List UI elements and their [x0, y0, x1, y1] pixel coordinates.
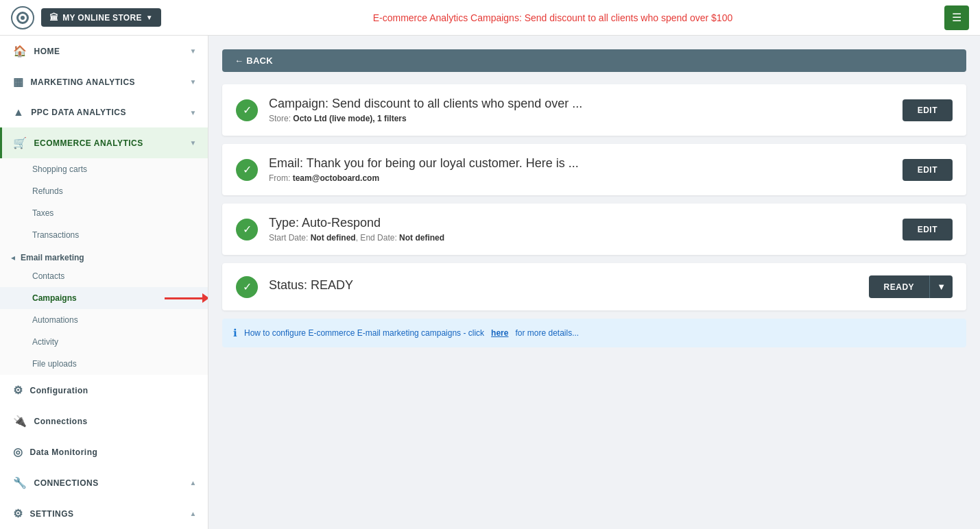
settings-icon: ⚙ [13, 507, 23, 520]
top-header: 🏛 MY ONLINE STORE ▼ E-commerce Analytics… [0, 0, 980, 36]
arrow-head [202, 293, 208, 303]
info-bar: ℹ How to configure E-commerce E-mail mar… [222, 319, 966, 347]
campaign-cards: ✓ Campaign: Send discount to all clients… [222, 84, 966, 310]
email-card: ✓ Email: Thank you for being our loyal c… [222, 144, 966, 195]
monitoring-icon: ◎ [13, 445, 23, 458]
sidebar-item-ppc[interactable]: ▲ PPC DATA ANALYTICS ▼ [0, 97, 208, 127]
shopping-carts-label: Shopping carts [32, 164, 87, 174]
campaign-card: ✓ Campaign: Send discount to all clients… [222, 84, 966, 136]
status-dropdown-button[interactable]: ▼ [929, 275, 953, 298]
email-card-body: Email: Thank you for being our loyal cus… [269, 156, 892, 183]
sidebar-item-marketing[interactable]: ▦ MARKETING ANALYTICS ▼ [0, 66, 208, 97]
header-left: 🏛 MY ONLINE STORE ▼ [11, 6, 161, 29]
ecommerce-submenu: Shopping carts Refunds Taxes Transaction… [0, 158, 208, 375]
store-icon: 🏛 [49, 12, 58, 23]
info-link[interactable]: here [491, 328, 508, 338]
check-icon: ✓ [236, 219, 258, 241]
sidebar-ppc-label: PPC DATA ANALYTICS [31, 108, 126, 117]
taxes-label: Taxes [32, 208, 53, 218]
refunds-label: Refunds [32, 186, 63, 196]
check-icon: ✓ [236, 159, 258, 181]
sidebar-item-activity[interactable]: Activity [0, 331, 208, 353]
sidebar-item-campaigns[interactable]: Campaigns [0, 287, 208, 309]
chevron-up-icon: ▲ [190, 479, 197, 487]
type-edit-button[interactable]: EDIT [903, 219, 953, 241]
sidebar-item-connections[interactable]: 🔌 Connections [0, 406, 208, 436]
chevron-icon: ▼ [190, 139, 197, 147]
campaign-subtitle: Store: Octo Ltd (live mode), 1 filters [269, 114, 892, 123]
arrow-expand-icon: ◂ [11, 253, 15, 262]
connections-section-header[interactable]: 🔧 CONNECTIONS ▲ [0, 467, 208, 498]
sidebar-item-data-monitoring[interactable]: ◎ Data Monitoring [0, 436, 208, 467]
store-selector[interactable]: 🏛 MY ONLINE STORE ▼ [41, 8, 161, 27]
file-uploads-label: File uploads [32, 359, 77, 369]
chevron-down-icon: ▼ [146, 14, 153, 21]
from-value: team@octoboard.com [293, 173, 379, 183]
email-title: Email: Thank you for being our loyal cus… [269, 156, 892, 171]
store-prefix: Store: [269, 114, 293, 123]
type-subtitle: Start Date: Not defined, End Date: Not d… [269, 233, 892, 243]
sidebar-item-taxes[interactable]: Taxes [0, 202, 208, 224]
chevron-icon: ▼ [190, 109, 197, 116]
activity-label: Activity [32, 337, 58, 347]
campaign-edit-button[interactable]: EDIT [903, 99, 953, 121]
type-card: ✓ Type: Auto-Respond Start Date: Not def… [222, 204, 966, 255]
status-button-group: READY ▼ [869, 275, 953, 298]
start-date-label: Start Date: [269, 233, 311, 243]
content-area: ← BACK ✓ Campaign: Send discount to all … [208, 36, 980, 529]
sidebar-ecommerce-label: ECOMMERCE ANALYTICS [34, 138, 143, 148]
home-icon: 🏠 [13, 45, 27, 58]
automations-label: Automations [32, 315, 78, 325]
sidebar-item-transactions[interactable]: Transactions [0, 224, 208, 246]
chevron-icon: ▼ [190, 47, 197, 55]
ecommerce-icon: 🛒 [13, 136, 27, 149]
campaign-card-body: Campaign: Send discount to all clients w… [269, 97, 892, 123]
email-subtitle: From: team@octoboard.com [269, 173, 892, 183]
sidebar-item-home[interactable]: 🏠 HOME ▼ [0, 36, 208, 66]
start-date-value: Not defined [311, 233, 356, 243]
title-prefix: E-commerce Analytics Campaigns: [373, 12, 522, 23]
marketing-icon: ▦ [13, 75, 24, 88]
settings-section-label: SETTINGS [30, 509, 74, 519]
sidebar-item-shopping-carts[interactable]: Shopping carts [0, 158, 208, 180]
sidebar-marketing-label: MARKETING ANALYTICS [31, 77, 136, 87]
sidebar-item-refunds[interactable]: Refunds [0, 180, 208, 202]
settings-section-header[interactable]: ⚙ SETTINGS ▲ [0, 498, 208, 529]
active-indicator [165, 293, 208, 303]
transactions-label: Transactions [32, 230, 79, 240]
config-label: Configuration [30, 386, 88, 395]
sidebar-item-contacts[interactable]: Contacts [0, 265, 208, 287]
connections-section-label: CONNECTIONS [34, 478, 99, 488]
type-card-body: Type: Auto-Respond Start Date: Not defin… [269, 216, 892, 243]
email-edit-button[interactable]: EDIT [903, 159, 953, 181]
chevron-up-icon: ▲ [190, 510, 197, 517]
type-title: Type: Auto-Respond [269, 216, 892, 230]
connections-label: Connections [34, 417, 88, 426]
hamburger-button[interactable]: ☰ [944, 5, 969, 30]
sidebar: 🏠 HOME ▼ ▦ MARKETING ANALYTICS ▼ ▲ PPC D… [0, 36, 208, 529]
email-marketing-section[interactable]: ◂ Email marketing [0, 246, 208, 265]
info-text-before: How to configure E-commerce E-mail marke… [244, 328, 484, 338]
info-icon: ℹ [233, 327, 237, 339]
end-date-value: Not defined [399, 233, 444, 243]
monitoring-label: Data Monitoring [30, 447, 98, 457]
from-prefix: From: [269, 173, 293, 183]
sidebar-item-ecommerce[interactable]: 🛒 ECOMMERCE ANALYTICS ▼ [0, 127, 208, 158]
store-value: Octo Ltd (live mode), 1 filters [293, 114, 406, 123]
page-title: E-commerce Analytics Campaigns: Send dis… [373, 12, 733, 23]
store-name: MY ONLINE STORE [62, 13, 141, 23]
check-icon: ✓ [236, 276, 258, 298]
sidebar-item-automations[interactable]: Automations [0, 309, 208, 331]
back-button[interactable]: ← BACK [222, 49, 966, 72]
logo [11, 6, 34, 29]
sidebar-item-file-uploads[interactable]: File uploads [0, 353, 208, 375]
logo-icon [16, 12, 29, 24]
ppc-icon: ▲ [13, 106, 24, 119]
chevron-icon: ▼ [190, 78, 197, 86]
campaign-title: Campaign: Send discount to all clients w… [269, 97, 892, 111]
status-card-body: Status: READY [269, 278, 858, 295]
check-icon: ✓ [236, 99, 258, 121]
status-ready-button[interactable]: READY [869, 275, 930, 298]
connections-icon: 🔌 [13, 415, 27, 428]
sidebar-item-configuration[interactable]: ⚙ Configuration [0, 375, 208, 406]
